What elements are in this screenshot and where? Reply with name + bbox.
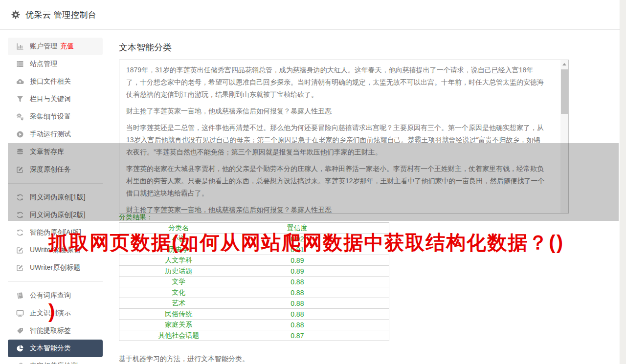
sidebar-item-label: 站点管理: [30, 60, 57, 68]
recharge-link[interactable]: 充值: [60, 42, 74, 51]
sidebar-item-content-relevance-check[interactable]: 内容相关度检测: [8, 357, 103, 364]
sidebar-item-label: 栏目与关键词: [30, 95, 71, 104]
browser-scrollbar[interactable]: [620, 0, 626, 364]
article-paragraph: 财主抢了李莲英家一亩地，他成慈禧亲信后如何报复？暴露人性丑恶: [126, 105, 546, 117]
sidebar-item-label: 账户管理: [30, 42, 57, 51]
sidebar-item-label: 手动运行测试: [30, 130, 71, 139]
link-icon: [16, 362, 24, 364]
sidebar-item-label: 内容相关度检测: [30, 362, 78, 364]
monitor-icon: [16, 309, 24, 317]
cloud-upload-icon: [16, 78, 24, 86]
gears-icon: [16, 113, 24, 121]
server-icon: [16, 60, 24, 68]
edit-icon: [16, 246, 24, 254]
pie-chart-icon: [16, 344, 24, 352]
article-paragraph: 1879年，31岁的李莲英出任储秀宫四品花翎总管，成为慈禧身边的大红人。这年春天…: [126, 64, 546, 101]
gear-icon: [11, 10, 21, 20]
watermark-line2: ): [48, 300, 564, 323]
funnel-icon: [16, 95, 24, 103]
app-title: 优采云 管理控制台: [25, 9, 96, 21]
sidebar-item-interface-files[interactable]: 接口文件相关: [8, 73, 103, 90]
footer-note: 基于机器学习的方法，进行文本智能分类。: [119, 355, 249, 364]
sidebar-item-account-management[interactable]: 账户管理 充值: [8, 38, 103, 55]
scrollbar-thumb[interactable]: [561, 69, 568, 114]
sidebar-item-label: 接口文件相关: [30, 77, 71, 86]
page-title: 文本智能分类: [119, 42, 172, 53]
sidebar-item-label: 采集细节设置: [30, 112, 71, 121]
sidebar-item-collection-settings[interactable]: 采集细节设置: [8, 108, 103, 126]
play-circle-icon: [16, 130, 24, 138]
top-bar: 优采云 管理控制台: [0, 0, 626, 30]
sidebar-item-columns-keywords[interactable]: 栏目与关键词: [8, 90, 103, 108]
sidebar-item-site-management[interactable]: 站点管理: [8, 55, 103, 73]
watermark-line1: 抓取网页数据(如何从网站爬网数据中获取结构化数据？(): [48, 231, 564, 254]
watermark-text: 抓取网页数据(如何从网站爬网数据中获取结构化数据？() ): [48, 185, 564, 346]
refresh-icon: [16, 229, 24, 236]
sidebar-item-manual-run-test[interactable]: 手动运行测试: [8, 126, 103, 143]
scrollbar-up-arrow-icon[interactable]: [560, 60, 568, 68]
tag-icon: [16, 327, 24, 335]
book-icon: [16, 292, 24, 300]
edit-icon: [16, 264, 24, 272]
bar-chart-icon: [16, 43, 24, 50]
